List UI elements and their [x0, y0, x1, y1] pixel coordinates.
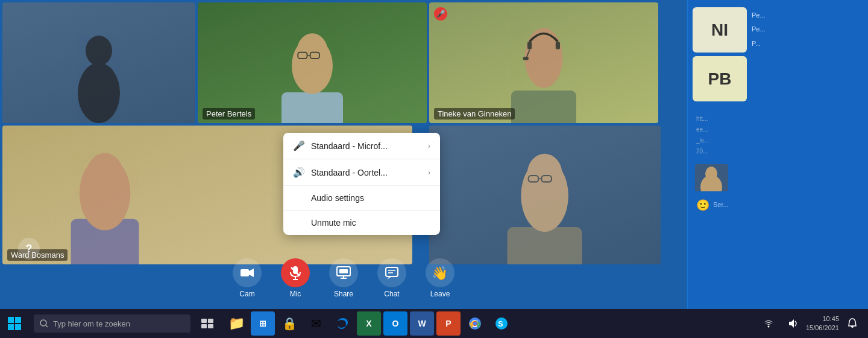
video-tile-peter: Peter Bertels — [198, 2, 427, 123]
cam-icon — [233, 258, 262, 287]
mic-muted-badge: 🎤 — [434, 7, 447, 21]
taskbar-explorer-icon[interactable]: 📁 — [224, 311, 248, 336]
svg-rect-44 — [201, 319, 207, 323]
start-button[interactable] — [0, 309, 29, 338]
task-view-icon — [201, 319, 213, 328]
sidebar-text-area: Pe... Pe... P... — [752, 7, 863, 101]
volume-icon — [787, 318, 798, 329]
taskbar-edge-icon[interactable] — [330, 311, 354, 336]
notification-icon — [848, 318, 857, 329]
video-area: Peter Bertels 🎤 Tineke van Ginneken — [0, 0, 687, 338]
sidebar-text-2: Pe... — [752, 24, 863, 35]
chevron-right-icon-2: › — [428, 168, 430, 177]
menu-item-microphone[interactable]: 🎤 Standaard - Microf... › — [283, 133, 440, 159]
taskbar-notification-icon[interactable] — [841, 313, 863, 334]
task-view-button[interactable] — [195, 311, 219, 336]
avatar-pb: PB — [693, 56, 747, 101]
skype-icon: S — [495, 317, 508, 330]
video-tile-unknown-top — [2, 2, 195, 123]
smiley-icon: 🙂 — [696, 199, 709, 212]
leave-button[interactable]: 👋 Leave — [418, 255, 462, 302]
taskbar-right-area: 10:45 15/06/2021 — [758, 313, 868, 334]
taskbar-skype-icon[interactable]: S — [489, 311, 514, 336]
svg-text:👋: 👋 — [432, 265, 448, 281]
sidebar-text-3: P... — [752, 38, 863, 49]
sidebar-link-area: htt... ee... _ls... 20... — [693, 111, 863, 159]
mic-button[interactable]: Mic — [274, 255, 317, 302]
taskbar-clock[interactable]: 10:45 15/06/2021 — [806, 314, 839, 333]
sidebar-person-row — [693, 162, 863, 194]
video-tile-4th — [429, 126, 661, 264]
menu-item-speaker[interactable]: 🔊 Standaard - Oortel... › — [283, 159, 440, 186]
svg-point-1 — [78, 63, 120, 123]
svg-rect-11 — [527, 42, 532, 49]
taskbar-network-icon[interactable] — [758, 313, 779, 334]
sidebar-link-text4: 20... — [696, 146, 860, 157]
taskbar: Typ hier om te zoeken 📁 ⊞ 🔒 ✉ X O — [0, 309, 868, 338]
svg-rect-46 — [201, 324, 207, 328]
taskbar-volume-icon[interactable] — [782, 313, 804, 334]
svg-point-54 — [767, 326, 769, 328]
context-menu: 🎤 Standaard - Microf... › 🔊 Standaard - … — [283, 133, 440, 235]
svg-rect-3 — [281, 92, 343, 123]
svg-text:S: S — [498, 319, 503, 328]
chat-label: Chat — [384, 290, 399, 298]
svg-rect-34 — [386, 267, 398, 276]
taskbar-security-icon[interactable]: 🔒 — [277, 311, 301, 336]
svg-point-9 — [525, 28, 563, 88]
windows-logo-icon — [8, 317, 21, 330]
taskbar-powerpoint-icon[interactable]: P — [436, 311, 461, 336]
speaker-icon: 🔊 — [293, 167, 305, 178]
chat-button[interactable]: Chat — [370, 255, 414, 302]
sidebar-avatar-stack: NI PB — [693, 7, 747, 101]
menu-item-unmute[interactable]: Unmute mic — [283, 211, 440, 235]
mic-icon: 🎤 — [293, 140, 305, 151]
cam-button[interactable]: Cam — [225, 255, 269, 302]
svg-point-17 — [80, 156, 131, 230]
taskbar-chrome-icon[interactable] — [463, 311, 487, 336]
participant-name-tineke: Tineke van Ginneken — [434, 108, 515, 120]
sidebar-chat-area: 🙂 Ser... — [693, 196, 863, 214]
svg-rect-45 — [208, 319, 213, 323]
edge-icon — [336, 317, 349, 330]
sidebar-link-text3: _ls... — [696, 135, 860, 146]
chrome-icon — [468, 317, 482, 330]
taskbar-search[interactable]: Typ hier om te zoeken — [34, 314, 190, 333]
svg-marker-25 — [249, 269, 254, 277]
participant-name-peter: Peter Bertels — [203, 108, 255, 120]
share-label: Share — [334, 290, 353, 298]
taskbar-search-placeholder: Typ hier om te zoeken — [53, 319, 130, 328]
taskbar-mail-icon[interactable]: ✉ — [304, 311, 328, 336]
svg-rect-33 — [339, 269, 348, 273]
svg-point-51 — [473, 322, 477, 325]
svg-point-4 — [292, 37, 333, 94]
svg-rect-10 — [511, 91, 576, 123]
taskbar-outlook-icon[interactable]: O — [383, 311, 407, 336]
taskbar-app-icons: 📁 ⊞ 🔒 ✉ X O W P — [224, 311, 514, 336]
svg-line-43 — [46, 325, 48, 327]
sidebar-person-thumb — [695, 164, 728, 191]
search-icon — [40, 319, 48, 328]
share-button[interactable]: Share — [322, 255, 365, 302]
sidebar-top-section: NI PB Pe... Pe... P... — [693, 5, 863, 104]
chevron-right-icon: › — [428, 142, 430, 150]
taskbar-word-icon[interactable]: W — [410, 311, 434, 336]
menu-audio-settings-label: Audio settings — [311, 193, 430, 203]
menu-item-audio-settings[interactable]: Audio settings — [283, 186, 440, 211]
sidebar-text-1: Pe... — [752, 10, 863, 21]
svg-point-42 — [40, 320, 46, 326]
leave-label: Leave — [430, 290, 450, 298]
avatar-ni: NI — [693, 7, 747, 53]
taskbar-excel-icon[interactable]: X — [357, 311, 381, 336]
network-icon — [763, 318, 774, 329]
sidebar-person-section: htt... ee... _ls... 20... 🙂 Ser... — [693, 111, 863, 214]
svg-rect-12 — [556, 42, 560, 49]
svg-rect-47 — [208, 324, 213, 328]
svg-point-0 — [86, 36, 112, 66]
sidebar: NI PB Pe... Pe... P... htt... ee... _ls.… — [687, 0, 868, 338]
menu-unmute-label: Unmute mic — [311, 218, 430, 228]
sidebar-link-text2: ee... — [696, 124, 860, 135]
menu-microphone-label: Standaard - Microf... — [311, 141, 422, 151]
cam-label: Cam — [239, 290, 254, 298]
taskbar-store-icon[interactable]: ⊞ — [251, 311, 275, 336]
